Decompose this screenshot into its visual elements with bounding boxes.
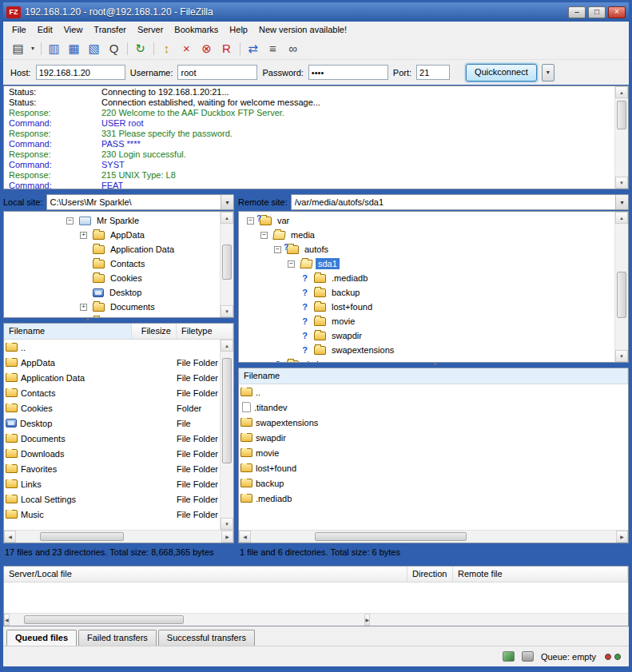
scroll-down-icon[interactable] — [615, 177, 628, 189]
column-header[interactable]: Direction — [407, 567, 453, 582]
quickconnect-button[interactable]: Quickconnect — [466, 64, 537, 82]
tree-expander-icon[interactable] — [300, 345, 310, 355]
local-tree-toggle-icon[interactable]: ▦ — [64, 39, 84, 58]
menu-item[interactable]: Server — [132, 22, 169, 37]
tree-expander-icon[interactable] — [274, 246, 281, 253]
scroll-up-icon[interactable] — [221, 212, 233, 224]
file-row[interactable]: .titandev — [239, 400, 628, 415]
quickconnect-dropdown-icon[interactable] — [542, 64, 554, 82]
file-row[interactable]: backup — [239, 475, 628, 491]
remote-splitter[interactable] — [238, 363, 629, 368]
tree-item[interactable]: var — [239, 213, 614, 228]
site-manager-icon[interactable]: ▤ — [8, 39, 28, 58]
site-manager-dropdown-icon[interactable]: ▾ — [28, 39, 38, 58]
scroll-thumb[interactable] — [315, 532, 467, 541]
scroll-left-icon[interactable] — [239, 531, 251, 543]
tree-item[interactable]: Application Data — [4, 242, 220, 256]
scroll-down-icon[interactable] — [221, 305, 233, 317]
log-scrollbar[interactable] — [614, 86, 628, 189]
tree-expander-icon[interactable] — [300, 331, 310, 340]
tree-item[interactable]: Downloads — [4, 314, 220, 317]
scroll-thumb[interactable] — [24, 615, 184, 624]
cancel-icon[interactable]: × — [177, 39, 197, 58]
menu-item[interactable]: View — [58, 22, 89, 37]
local-list-hscrollbar[interactable] — [4, 530, 233, 543]
queue-tab[interactable]: Successful transfers — [158, 630, 255, 646]
port-input[interactable] — [416, 65, 450, 80]
scroll-thumb[interactable] — [222, 245, 232, 280]
file-row[interactable]: swapextensions — [239, 415, 628, 430]
remote-list-hscrollbar[interactable] — [239, 530, 628, 543]
file-row[interactable]: lost+found — [239, 460, 628, 475]
refresh-icon[interactable]: ↻ — [130, 39, 150, 58]
menu-item[interactable]: New version available! — [253, 22, 352, 37]
file-row[interactable]: Application Data File Folder — [4, 370, 220, 385]
queue-toggle-icon[interactable]: Q — [104, 39, 124, 58]
file-row[interactable]: Downloads File Folder — [4, 446, 220, 461]
file-row[interactable]: Links File Folder — [4, 476, 220, 491]
tree-expander-icon[interactable] — [247, 217, 254, 225]
scroll-left-icon[interactable] — [4, 614, 10, 626]
menu-item[interactable]: File — [6, 22, 32, 37]
local-splitter[interactable] — [3, 318, 234, 323]
tree-item[interactable]: sda1 — [239, 256, 614, 271]
remote-tree-scrollbar[interactable] — [614, 212, 628, 362]
tree-item[interactable]: Desktop — [4, 285, 220, 300]
local-tree-scrollbar[interactable] — [220, 212, 233, 317]
column-header[interactable]: Filetype — [177, 324, 233, 339]
titlebar[interactable]: FZ 192.168.1.20 - root@192.168.1.20 - Fi… — [3, 2, 629, 22]
disconnect-icon[interactable]: ⊗ — [197, 39, 217, 58]
tree-expander-icon[interactable] — [300, 288, 310, 297]
file-row[interactable]: .. — [4, 340, 220, 355]
tree-expander-icon[interactable] — [260, 232, 268, 239]
file-row[interactable]: .. — [239, 384, 628, 400]
column-header[interactable]: Server/Local file — [4, 567, 407, 582]
scroll-right-icon[interactable] — [364, 614, 370, 626]
tree-item[interactable]: movie — [239, 314, 614, 328]
scroll-down-icon[interactable] — [615, 350, 628, 362]
tree-expander-icon[interactable] — [300, 302, 310, 312]
username-input[interactable] — [177, 65, 257, 80]
tree-expander-icon[interactable] — [300, 273, 310, 283]
tree-item[interactable]: backup — [239, 285, 614, 300]
tree-item[interactable]: Cookies — [4, 271, 220, 285]
find-icon[interactable]: ∞ — [283, 39, 303, 58]
file-row[interactable]: .mediadb — [239, 491, 628, 506]
tree-item[interactable]: AppData — [4, 228, 220, 242]
scroll-right-icon[interactable] — [616, 531, 628, 543]
column-header[interactable]: Filename — [239, 368, 628, 384]
tree-item[interactable]: Contacts — [4, 256, 220, 271]
reconnect-icon[interactable]: R — [217, 39, 237, 58]
file-row[interactable]: AppData File Folder — [4, 355, 220, 370]
file-row[interactable]: Music File Folder — [4, 507, 220, 522]
column-header[interactable]: Filesize — [132, 324, 177, 339]
process-queue-icon[interactable]: ↕ — [157, 39, 177, 58]
scroll-up-icon[interactable] — [615, 86, 628, 98]
queue-tab[interactable]: Queued files — [6, 630, 77, 646]
remote-site-combo[interactable]: /var/media/autofs/sda1 — [291, 194, 629, 210]
tree-item[interactable]: lost+found — [239, 300, 614, 314]
password-input[interactable] — [308, 65, 388, 80]
tree-item[interactable]: swapextensions — [239, 343, 614, 357]
tree-expander-icon[interactable] — [80, 304, 87, 311]
compare-icon[interactable]: ⇄ — [243, 39, 263, 58]
file-row[interactable]: Cookies Folder — [4, 400, 220, 416]
file-row[interactable]: swapdir — [239, 430, 628, 445]
tree-expander-icon[interactable] — [288, 260, 295, 268]
remote-tree-toggle-icon[interactable]: ▧ — [84, 39, 104, 58]
tree-item[interactable]: autofs — [239, 242, 614, 256]
file-row[interactable]: Favorites File Folder — [4, 461, 220, 476]
scroll-thumb[interactable] — [617, 101, 626, 129]
file-row[interactable]: Local Settings File Folder — [4, 491, 220, 507]
tree-expander-icon[interactable] — [66, 217, 74, 225]
tree-item[interactable]: media — [239, 228, 614, 242]
chevron-down-icon[interactable] — [615, 195, 628, 209]
close-button[interactable]: × — [608, 6, 626, 18]
local-list-scrollbar[interactable] — [220, 340, 233, 530]
column-header[interactable]: Filename — [4, 324, 132, 339]
tree-expander-icon[interactable] — [300, 316, 310, 326]
queue-tab[interactable]: Failed transfers — [78, 630, 157, 646]
menu-item[interactable]: Help — [224, 22, 253, 37]
tree-item[interactable]: Documents — [4, 300, 220, 314]
chevron-down-icon[interactable] — [221, 195, 233, 209]
